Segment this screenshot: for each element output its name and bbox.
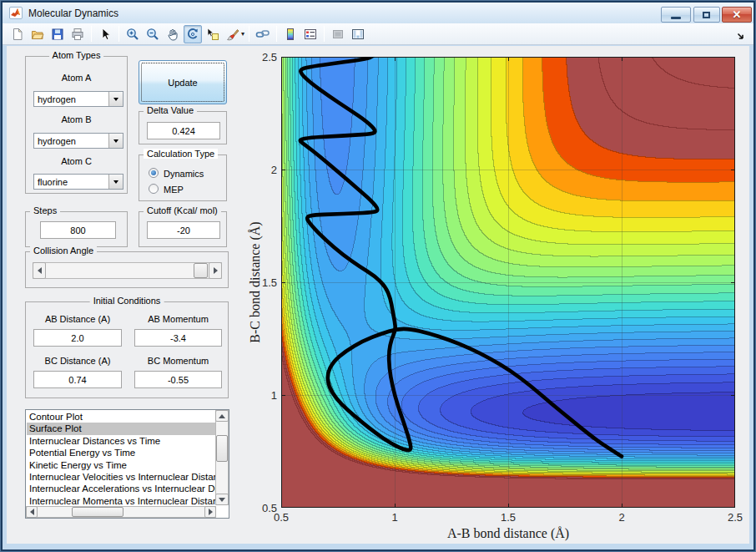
collision-angle-slider-thumb[interactable]	[194, 263, 208, 278]
update-button[interactable]: Update	[139, 60, 227, 104]
bc-distance-field[interactable]: 0.74	[33, 371, 122, 388]
list-item[interactable]: Internuclear Distances vs Time	[27, 435, 215, 447]
save-figure-button[interactable]	[48, 25, 67, 43]
ab-momentum-field[interactable]: -3.4	[134, 329, 222, 347]
atom-types-panel-label: Atom Types	[49, 50, 104, 60]
horizontal-scrollbar-thumb[interactable]	[72, 507, 123, 517]
dynamics-radio[interactable]	[149, 168, 159, 178]
legend-icon	[304, 28, 317, 41]
scroll-up-button[interactable]	[215, 410, 229, 422]
link-plot-button[interactable]	[254, 25, 272, 43]
y-tick-label: 2.5	[247, 51, 277, 63]
list-item[interactable]: Internuclear Velocities vs Internuclear …	[27, 471, 215, 483]
arrow-cursor-icon	[98, 28, 112, 41]
zoom-out-icon	[146, 28, 159, 41]
x-axis-label: A-B bond distance (Å)	[447, 526, 569, 541]
list-item[interactable]: Internuclear Accelerations vs Internucle…	[27, 483, 215, 494]
link-chain-icon	[255, 28, 270, 41]
list-item[interactable]: Potential Energy vs Time	[27, 447, 215, 458]
print-figure-button[interactable]	[68, 25, 87, 43]
toolbar-separator	[118, 26, 119, 42]
atom-a-dropdown[interactable]: hydrogen	[33, 91, 123, 107]
chevron-down-icon	[113, 139, 118, 143]
pan-button[interactable]	[164, 25, 182, 43]
atom-b-value: hydrogen	[34, 136, 108, 146]
hide-plot-tools-button[interactable]	[329, 25, 347, 43]
open-file-button[interactable]	[28, 25, 47, 43]
matlab-icon	[9, 7, 23, 19]
printer-icon	[71, 28, 84, 41]
brush-button[interactable]	[224, 25, 242, 43]
list-item[interactable]: Kinetic Energy vs Time	[27, 459, 215, 471]
save-floppy-icon	[51, 28, 64, 41]
scroll-left-button[interactable]	[26, 506, 38, 518]
atom-c-value: fluorine	[34, 177, 108, 187]
y-axis-label: B-C bond distance (Å)	[248, 221, 263, 342]
show-plot-tools-button[interactable]	[349, 25, 367, 43]
figure-toolbar: ▾	[3, 23, 753, 45]
calculation-type-label: Calculation Type	[144, 149, 218, 159]
slider-left-arrow-button[interactable]	[33, 262, 46, 279]
scroll-right-button[interactable]	[204, 506, 216, 518]
minimize-button[interactable]	[661, 7, 691, 23]
atom-c-dropdown[interactable]: fluorine	[33, 174, 123, 190]
hide-plot-tools-icon	[331, 28, 345, 41]
steps-label: Steps	[30, 205, 60, 215]
list-item[interactable]: Contour Plot	[27, 411, 215, 423]
new-document-icon	[11, 28, 24, 41]
bc-distance-label: BC Distance (A)	[33, 356, 122, 366]
cutoff-field[interactable]: -20	[147, 221, 220, 239]
insert-legend-button[interactable]	[301, 25, 320, 43]
slider-right-arrow-button[interactable]	[209, 262, 222, 279]
ab-distance-field[interactable]: 2.0	[33, 329, 122, 347]
toolbar-separator	[324, 26, 325, 42]
colorbar-icon	[284, 28, 297, 41]
atom-b-dropdown-button[interactable]	[108, 134, 123, 148]
title-bar[interactable]: Molecular Dynamics ✕	[3, 3, 753, 23]
delta-value-field[interactable]: 0.424	[147, 122, 220, 139]
rotate-3d-icon	[186, 28, 199, 41]
x-tick-label: 2	[605, 511, 638, 524]
initial-conditions-label: Initial Conditions	[90, 296, 164, 306]
close-button[interactable]: ✕	[722, 7, 752, 23]
data-cursor-button[interactable]	[204, 25, 222, 43]
plot-type-listbox[interactable]: Contour Plot Surface Plot Internuclear D…	[25, 409, 229, 519]
atom-a-dropdown-button[interactable]	[108, 92, 123, 106]
atom-b-dropdown[interactable]: hydrogen	[33, 133, 123, 149]
delta-value-label: Delta Value	[144, 105, 197, 115]
restore-button[interactable]	[693, 7, 720, 23]
app-window: Molecular Dynamics ✕	[0, 0, 756, 552]
toolbar-overflow-arrow[interactable]	[737, 29, 745, 44]
y-tick-label: 2	[247, 164, 277, 176]
open-folder-icon	[31, 28, 44, 41]
atom-c-label: Atom C	[25, 156, 128, 166]
zoom-out-button[interactable]	[144, 25, 162, 43]
collision-angle-label: Collision Angle	[30, 246, 97, 256]
steps-field[interactable]: 800	[40, 221, 116, 239]
new-figure-button[interactable]	[8, 25, 27, 43]
contour-plot[interactable]	[281, 57, 735, 508]
arrow-right-icon	[209, 509, 213, 515]
arrow-right-icon	[214, 267, 218, 274]
insert-colorbar-button[interactable]	[281, 25, 300, 43]
atom-c-dropdown-button[interactable]	[108, 175, 123, 189]
brush-dropdown-caret[interactable]: ▾	[241, 30, 244, 38]
mep-radio[interactable]	[149, 184, 159, 194]
show-plot-tools-icon	[351, 28, 365, 41]
arrow-left-icon	[38, 267, 42, 274]
rotate-3d-button[interactable]	[184, 25, 202, 43]
list-item-selected[interactable]: Surface Plot	[27, 423, 215, 434]
mep-radio-label: MEP	[164, 185, 184, 195]
toolbar-separator	[276, 26, 277, 42]
edit-arrow-button[interactable]	[96, 25, 114, 43]
arrow-down-icon	[219, 498, 225, 502]
scroll-down-button[interactable]	[215, 494, 229, 505]
bc-momentum-field[interactable]: -0.55	[134, 371, 222, 388]
vertical-scrollbar-thumb[interactable]	[216, 435, 228, 462]
bc-momentum-label: BC Momentum	[134, 356, 222, 366]
data-cursor-icon	[206, 28, 219, 41]
zoom-in-icon	[126, 28, 139, 41]
arrow-left-icon	[30, 509, 34, 515]
x-tick-label: 1.5	[491, 511, 525, 524]
zoom-in-button[interactable]	[123, 25, 142, 43]
